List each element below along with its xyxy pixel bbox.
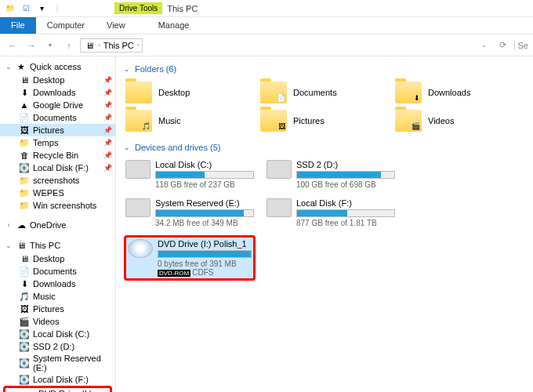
sidebar-quick-item-2[interactable]: ▲Google Drive📌 xyxy=(0,99,115,111)
sidebar-thispc-item-3[interactable]: 🎵Music xyxy=(0,290,115,303)
pin-icon: 📌 xyxy=(103,76,112,84)
pin-icon: 📌 xyxy=(103,89,112,96)
folder-downloads[interactable]: ⬇Downloads xyxy=(393,80,519,105)
dvd-icon xyxy=(128,239,153,258)
item-icon: 💽 xyxy=(19,374,30,385)
pin-icon: 📌 xyxy=(103,164,112,172)
folder-label: Downloads xyxy=(428,88,470,97)
hdd-icon xyxy=(125,160,150,179)
sidebar-quick-item-1[interactable]: ⬇Downloads📌 xyxy=(0,86,115,99)
folders-section-header[interactable]: ⌄ Folders (6) xyxy=(124,61,525,77)
item-icon: 📁 xyxy=(19,200,30,211)
tab-computer[interactable]: Computer xyxy=(36,17,96,34)
item-icon: 🖥 xyxy=(19,253,30,264)
sidebar-quick-item-6[interactable]: 🗑Recycle Bin📌 xyxy=(0,149,115,162)
item-icon: 🖼 xyxy=(19,303,30,314)
chevron-icon: ⌄ xyxy=(5,63,13,71)
sidebar-quick-item-9[interactable]: 📁WEPES xyxy=(0,187,115,199)
item-label: WEPES xyxy=(33,188,64,198)
item-icon: 💽 xyxy=(19,341,30,352)
drives-section-header[interactable]: ⌄ Devices and drives (5) xyxy=(124,140,525,155)
item-icon: ▲ xyxy=(19,100,30,111)
explorer-icon[interactable]: 📁 xyxy=(3,2,17,16)
drive-name: Local Disk (C:) xyxy=(155,160,254,169)
address-dropdown[interactable]: ⌄ xyxy=(477,38,492,53)
folder-desktop[interactable]: Desktop xyxy=(124,80,249,105)
item-label: Desktop xyxy=(33,75,64,85)
sidebar-quick-item-0[interactable]: 🖥Desktop📌 xyxy=(0,74,115,86)
group-icon: ★ xyxy=(16,61,27,72)
item-label: Pictures xyxy=(33,304,64,314)
drive-free-space: 118 GB free of 237 GB xyxy=(155,180,254,189)
sidebar-this-pc[interactable]: ⌄🖥This PC xyxy=(0,238,115,252)
forward-button[interactable]: → xyxy=(24,38,39,53)
properties-icon[interactable]: ☑ xyxy=(19,2,33,16)
drive-item-1[interactable]: SSD 2 (D:) 100 GB free of 698 GB xyxy=(265,158,397,191)
drive-usage-bar xyxy=(155,171,254,179)
sidebar-thispc-item-10[interactable]: 💿DVD Drive (I:) Polish xyxy=(5,388,110,392)
tab-file[interactable]: File xyxy=(0,17,36,34)
folder-music[interactable]: 🎵Music xyxy=(124,108,249,133)
sidebar-thispc-item-4[interactable]: 🖼Pictures xyxy=(0,303,115,315)
item-icon: ⬇ xyxy=(19,278,30,289)
item-label: Win screenshots xyxy=(33,201,96,210)
folder-videos[interactable]: 🎬Videos xyxy=(393,108,519,133)
group-label: Quick access xyxy=(30,62,81,71)
up-button[interactable]: ↑ xyxy=(61,38,77,53)
item-label: Pictures xyxy=(33,125,64,135)
sidebar-thispc-item-9[interactable]: 💽Local Disk (F:) xyxy=(0,373,115,386)
item-icon: ⬇ xyxy=(19,87,30,98)
search-box[interactable]: Se xyxy=(514,41,528,50)
drive-item-3[interactable]: Local Disk (F:) 877 GB free of 1.81 TB xyxy=(265,197,397,229)
sidebar-thispc-item-5[interactable]: 🎬Videos xyxy=(0,315,115,328)
sidebar-thispc-item-8[interactable]: 💽System Reserved (E:) xyxy=(0,353,115,373)
item-icon: 📁 xyxy=(19,175,30,186)
sidebar-onedrive[interactable]: ›☁OneDrive xyxy=(0,218,115,232)
sidebar-quick-item-4[interactable]: 🖼Pictures📌 xyxy=(0,124,115,136)
drive-free-space: 34.2 MB free of 349 MB xyxy=(155,219,254,227)
item-label: Videos xyxy=(33,317,59,326)
group-icon: ☁ xyxy=(16,220,27,230)
drive-item-2[interactable]: System Reserved (E:) 34.2 MB free of 349… xyxy=(124,197,256,229)
group-icon: 🖥 xyxy=(16,240,27,251)
navigation-pane: ⌄★Quick access🖥Desktop📌⬇Downloads📌▲Googl… xyxy=(0,56,116,392)
breadcrumb[interactable]: 🖥 › This PC › xyxy=(80,38,143,53)
sidebar-quick-access[interactable]: ⌄★Quick access xyxy=(0,60,115,74)
recent-dropdown[interactable]: ▾ xyxy=(42,38,58,53)
item-label: Local Disk (F:) xyxy=(33,375,89,384)
refresh-button[interactable]: ⟳ xyxy=(495,38,511,53)
sidebar-thispc-item-0[interactable]: 🖥Desktop xyxy=(0,252,115,265)
folder-icon xyxy=(125,82,152,103)
breadcrumb-label: This PC xyxy=(103,41,134,50)
folder-label: Music xyxy=(158,116,181,125)
back-button[interactable]: ← xyxy=(5,38,20,53)
tab-manage[interactable]: Manage xyxy=(147,17,201,34)
item-label: Google Drive xyxy=(33,100,83,110)
sidebar-quick-item-8[interactable]: 📁screenshots xyxy=(0,174,115,187)
sidebar-thispc-item-2[interactable]: ⬇Downloads xyxy=(0,278,115,290)
sidebar-quick-item-3[interactable]: 📄Documents📌 xyxy=(0,111,115,124)
item-icon: 🎵 xyxy=(19,291,30,302)
item-icon: 🗑 xyxy=(19,150,30,161)
folder-documents[interactable]: 📄Documents xyxy=(259,80,384,105)
sidebar-quick-item-10[interactable]: 📁Win screenshots xyxy=(0,199,115,212)
item-label: Desktop xyxy=(33,254,64,263)
drive-free-space: 100 GB free of 698 GB xyxy=(296,180,395,189)
sidebar-quick-item-7[interactable]: 💽Local Disk (F:)📌 xyxy=(0,162,115,174)
drive-item-0[interactable]: Local Disk (C:) 118 GB free of 237 GB xyxy=(124,158,256,191)
drive-item-4[interactable]: DVD Drive (I:) Polish_1 0 bytes free of … xyxy=(124,235,256,281)
sidebar-thispc-item-7[interactable]: 💽SSD 2 (D:) xyxy=(0,340,115,353)
sidebar-thispc-item-1[interactable]: 📄Documents xyxy=(0,265,115,278)
item-label: Downloads xyxy=(33,88,75,97)
tab-view[interactable]: View xyxy=(96,17,136,34)
sidebar-thispc-item-6[interactable]: 💽Local Disk (C:) xyxy=(0,328,115,340)
hdd-icon xyxy=(125,198,150,217)
item-icon: 🎬 xyxy=(19,316,30,327)
item-label: Music xyxy=(33,292,56,301)
hdd-icon xyxy=(266,198,292,217)
folder-pictures[interactable]: 🖼Pictures xyxy=(259,108,384,133)
item-label: Documents xyxy=(33,267,77,276)
qat-dropdown-icon[interactable]: ▾ xyxy=(34,2,49,16)
sidebar-quick-item-5[interactable]: 📁Temps📌 xyxy=(0,136,115,149)
hdd-icon xyxy=(266,160,292,179)
